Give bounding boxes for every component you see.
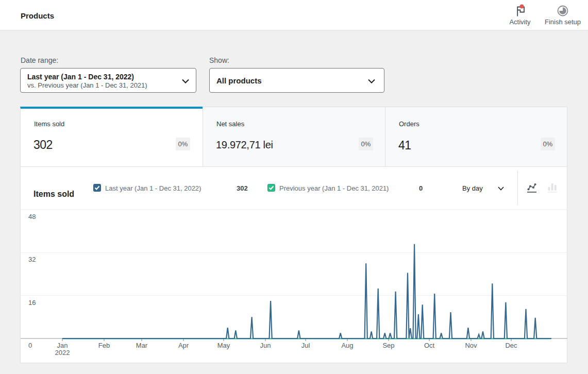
svg-text:Apr: Apr bbox=[178, 342, 189, 349]
svg-text:32: 32 bbox=[28, 256, 36, 263]
svg-text:Dec: Dec bbox=[505, 342, 517, 349]
svg-text:Jul: Jul bbox=[301, 342, 310, 349]
svg-text:May: May bbox=[217, 342, 230, 349]
svg-text:16: 16 bbox=[28, 299, 36, 307]
svg-text:48: 48 bbox=[28, 213, 36, 220]
svg-text:Feb: Feb bbox=[98, 342, 110, 349]
svg-text:Aug: Aug bbox=[341, 342, 353, 349]
svg-text:Sep: Sep bbox=[382, 342, 394, 349]
svg-text:0: 0 bbox=[28, 342, 32, 349]
svg-text:Jun: Jun bbox=[260, 342, 271, 349]
svg-text:Mar: Mar bbox=[136, 342, 148, 349]
svg-text:Oct: Oct bbox=[424, 342, 435, 349]
svg-text:Jan: Jan bbox=[57, 342, 68, 349]
svg-text:2022: 2022 bbox=[55, 349, 70, 356]
svg-text:Nov: Nov bbox=[465, 342, 477, 349]
